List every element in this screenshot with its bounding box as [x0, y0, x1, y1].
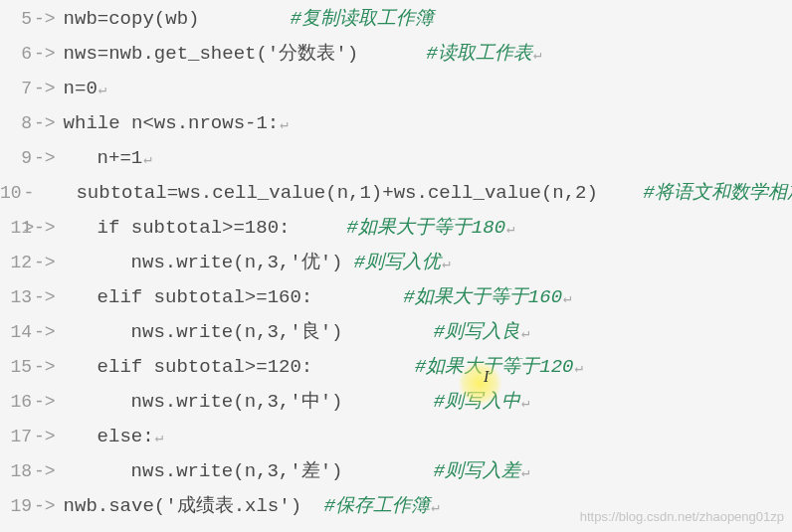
code-text: nws.write(n,3,'中') — [131, 391, 343, 413]
code-content: subtotal=ws.cell_value(n,1)+ws.cell_valu… — [76, 176, 792, 212]
arrow-icon: -> — [34, 385, 56, 420]
newline-marker-icon: ↵ — [563, 290, 571, 306]
comment-text: #复制读取工作簿 — [291, 8, 434, 30]
line-number: 19 — [0, 489, 34, 524]
code-text: nws.write(n,3,'差') — [131, 460, 343, 482]
arrow-icon: -> — [34, 37, 56, 72]
newline-marker-icon: ↵ — [521, 395, 529, 411]
newline-marker-icon: ↵ — [574, 360, 582, 376]
comment-text: #则写入良 — [434, 321, 520, 343]
arrow-icon: -> — [34, 350, 56, 385]
spacer — [598, 182, 644, 204]
line-number: 13 — [0, 280, 34, 315]
code-line: 17->else:↵ — [0, 420, 792, 454]
arrow-icon: -> — [34, 141, 56, 176]
line-number: 12 — [0, 246, 34, 280]
code-line: 5->nwb=copy(wb) #复制读取工作簿 — [0, 2, 792, 37]
arrow-icon: -> — [34, 106, 56, 141]
spacer — [342, 391, 433, 413]
spacer — [199, 8, 290, 30]
code-content: n=0↵ — [64, 72, 107, 107]
code-line: 8->while n<ws.nrows-1:↵ — [0, 106, 792, 141]
text-cursor-icon: I — [484, 368, 489, 386]
code-text: else: — [98, 426, 154, 447]
comment-text: #将语文和数学相加 — [644, 182, 792, 204]
arrow-icon: -> — [34, 211, 56, 246]
newline-marker-icon: ↵ — [506, 221, 514, 237]
code-text: nws.write(n,3,'良') — [131, 321, 343, 343]
comment-text: #则写入中 — [434, 391, 520, 413]
line-number: 14 — [0, 315, 34, 350]
code-line: 7->n=0↵ — [0, 72, 792, 106]
watermark-text: https://blog.csdn.net/zhaopeng01zp — [580, 509, 784, 524]
code-text: nwb=copy(wb) — [64, 8, 200, 30]
arrow-icon: -> — [34, 280, 56, 315]
newline-marker-icon: ↵ — [99, 82, 106, 97]
code-line: 16->nws.write(n,3,'中') #则写入中↵ — [0, 385, 792, 420]
arrow-icon: -> — [34, 489, 56, 524]
code-text: n+=1 — [98, 147, 143, 169]
comment-text: #则写入优 — [354, 252, 441, 273]
spacer — [290, 217, 346, 239]
arrow-icon: -> — [34, 2, 56, 37]
newline-marker-icon: ↵ — [521, 325, 529, 341]
code-line: 6->nws=nwb.get_sheet('分数表') #读取工作表↵ — [0, 37, 792, 72]
arrow-icon: -> — [34, 454, 56, 489]
code-line: 13->elif subtotal>=160: #如果大于等于160↵ — [0, 280, 792, 315]
code-text: nwb.save('成绩表.xls') — [64, 495, 301, 517]
code-text: nws=nwb.get_sheet('分数表') — [64, 43, 358, 65]
line-number: 16 — [0, 385, 34, 420]
code-text: while n<ws.nrows-1: — [64, 112, 280, 134]
code-content: nws.write(n,3,'中') #则写入中↵ — [131, 385, 530, 421]
newline-marker-icon: ↵ — [143, 151, 151, 167]
code-text: if subtotal>=180: — [98, 217, 291, 239]
code-content: while n<ws.nrows-1:↵ — [64, 106, 289, 142]
code-text: elif subtotal>=120: — [98, 356, 313, 378]
line-number: 10 — [0, 176, 24, 211]
line-number: 5 — [0, 2, 34, 37]
line-number: 8 — [0, 106, 34, 141]
comment-text: #读取工作表 — [426, 43, 531, 65]
line-number: 15 — [0, 350, 34, 385]
code-content: nwb=copy(wb) #复制读取工作簿 — [64, 2, 434, 37]
comment-text: #如果大于等于180 — [346, 217, 505, 239]
code-content: if subtotal>=180: #如果大于等于180↵ — [98, 211, 515, 247]
code-content: elif subtotal>=160: #如果大于等于160↵ — [98, 280, 572, 316]
comment-text: #如果大于等于120 — [415, 356, 574, 378]
code-line: 18->nws.write(n,3,'差') #则写入差↵ — [0, 454, 792, 489]
code-content: nws.write(n,3,'良') #则写入良↵ — [131, 315, 530, 351]
code-line: 15->elif subtotal>=120: #如果大于等于120↵ — [0, 350, 792, 385]
newline-marker-icon: ↵ — [155, 430, 163, 445]
code-block: 5->nwb=copy(wb) #复制读取工作簿6->nws=nwb.get_s… — [0, 2, 792, 524]
code-line: 10->subtotal=ws.cell_value(n,1)+ws.cell_… — [0, 176, 792, 211]
line-number: 11 — [0, 211, 34, 246]
newline-marker-icon: ↵ — [442, 256, 450, 271]
comment-text: #如果大于等于160 — [403, 286, 562, 308]
newline-marker-icon: ↵ — [431, 499, 439, 515]
newline-marker-icon: ↵ — [280, 116, 288, 132]
arrow-icon: -> — [34, 420, 56, 454]
line-number: 17 — [0, 420, 34, 454]
code-text: elif subtotal>=160: — [98, 286, 313, 308]
line-number: 9 — [0, 141, 34, 176]
code-content: n+=1↵ — [98, 141, 152, 177]
spacer — [312, 286, 403, 308]
code-content: nws.write(n,3,'差') #则写入差↵ — [131, 454, 530, 490]
spacer — [301, 495, 324, 517]
line-number: 18 — [0, 454, 34, 489]
code-content: nws=nwb.get_sheet('分数表') #读取工作表↵ — [64, 37, 542, 73]
arrow-icon: -> — [34, 315, 56, 350]
arrow-icon: -> — [34, 72, 56, 106]
line-number: 6 — [0, 37, 34, 72]
code-line: 9->n+=1↵ — [0, 141, 792, 176]
newline-marker-icon: ↵ — [533, 47, 541, 63]
code-content: else:↵ — [98, 420, 163, 455]
code-content: nwb.save('成绩表.xls') #保存工作簿↵ — [64, 489, 440, 525]
newline-marker-icon: ↵ — [521, 464, 529, 480]
line-number: 7 — [0, 72, 34, 106]
spacer — [342, 252, 353, 273]
spacer — [342, 321, 433, 343]
comment-text: #则写入差 — [434, 460, 520, 482]
comment-text: #保存工作簿 — [324, 495, 430, 517]
code-text: n=0 — [64, 78, 98, 99]
